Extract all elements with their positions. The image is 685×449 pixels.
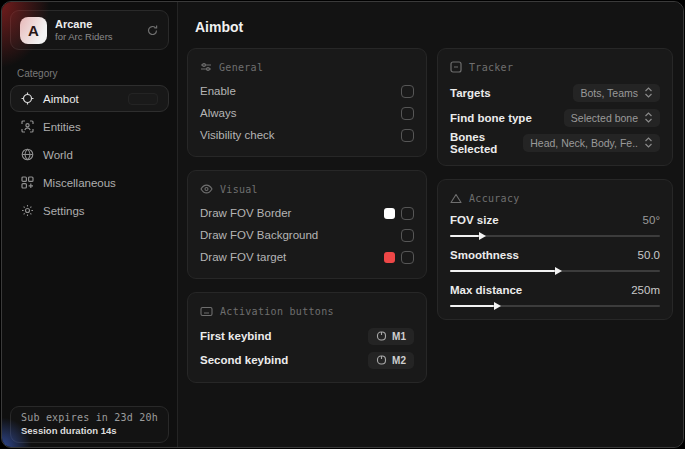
dropdown-value: Head, Neck, Body, Fe.. bbox=[530, 137, 638, 149]
session-duration-text: Session duration 14s bbox=[21, 425, 158, 436]
setting-row-second-keybind: Second keybind M2 bbox=[200, 348, 414, 372]
content-columns: General Enable Always Visibility check bbox=[187, 48, 673, 383]
fov-size-slider[interactable] bbox=[450, 235, 660, 237]
chevron-up-down-icon bbox=[644, 87, 653, 98]
setting-label: FOV size bbox=[450, 214, 499, 226]
always-checkbox[interactable] bbox=[401, 107, 414, 120]
setting-row-enable: Enable bbox=[200, 80, 414, 102]
brand-header: A Arcane for Arc Riders bbox=[10, 10, 169, 50]
slider-fill[interactable] bbox=[450, 305, 494, 307]
enable-checkbox[interactable] bbox=[401, 85, 414, 98]
sidebar-item-settings[interactable]: Settings bbox=[10, 197, 169, 224]
slider-fill[interactable] bbox=[450, 270, 555, 272]
chevron-up-down-icon bbox=[644, 137, 653, 148]
setting-label: Draw FOV target bbox=[200, 251, 286, 263]
sidebar-item-label: World bbox=[43, 149, 73, 161]
setting-label: Visibility check bbox=[200, 129, 275, 141]
card-title-text: Accuracy bbox=[469, 193, 520, 204]
visibility-check-checkbox[interactable] bbox=[401, 129, 414, 142]
page-title: Aimbot bbox=[195, 19, 673, 35]
fov-target-controls bbox=[384, 251, 414, 264]
keybind-value: M2 bbox=[392, 355, 406, 366]
crosshair-icon bbox=[21, 92, 34, 105]
visual-card: Visual Draw FOV Border Draw FOV Backgrou… bbox=[187, 170, 427, 279]
eye-icon bbox=[200, 183, 213, 195]
sidebar-item-aimbot[interactable]: Aimbot bbox=[10, 85, 169, 112]
targets-dropdown[interactable]: Bots, Teams bbox=[573, 84, 660, 102]
first-keybind-button[interactable]: M1 bbox=[368, 328, 414, 345]
tracker-card-header: Tracker bbox=[450, 57, 660, 77]
category-label: Category bbox=[17, 68, 162, 79]
setting-label: Second keybind bbox=[200, 354, 288, 366]
triangle-icon bbox=[450, 193, 462, 204]
slider-fill[interactable] bbox=[450, 235, 479, 237]
max-distance-slider[interactable] bbox=[450, 305, 660, 307]
fov-border-color-swatch[interactable] bbox=[384, 208, 395, 219]
fov-border-controls bbox=[384, 207, 414, 220]
keyboard-icon bbox=[200, 306, 213, 317]
sidebar-nav: Aimbot Entities World bbox=[2, 85, 177, 224]
card-title-text: Visual bbox=[220, 184, 258, 195]
sliders-icon bbox=[200, 61, 212, 73]
activation-card: Activation buttons First keybind M1 bbox=[187, 292, 427, 383]
grid-icon bbox=[21, 176, 34, 189]
sub-expiry-text: Sub expires in 23d 20h bbox=[21, 412, 158, 423]
general-card-header: General bbox=[200, 57, 414, 77]
card-title-text: General bbox=[219, 62, 263, 73]
max-distance-setting: Max distance 250m bbox=[450, 281, 660, 307]
globe-icon bbox=[21, 148, 34, 161]
gear-icon bbox=[21, 204, 34, 217]
fov-background-checkbox[interactable] bbox=[401, 229, 414, 242]
sync-icon[interactable] bbox=[146, 24, 159, 37]
bones-selected-dropdown[interactable]: Head, Neck, Body, Fe.. bbox=[523, 134, 660, 152]
setting-label: Bones Selected bbox=[450, 131, 523, 155]
setting-label: Find bone type bbox=[450, 112, 532, 124]
main-panel: Aimbot General Enable bbox=[178, 2, 684, 447]
dropdown-value: Selected bone bbox=[571, 112, 638, 124]
sidebar: A Arcane for Arc Riders Category bbox=[2, 2, 178, 447]
slider-label-row: FOV size 50° bbox=[450, 211, 660, 229]
sidebar-item-label: Settings bbox=[43, 205, 85, 217]
smoothness-slider[interactable] bbox=[450, 270, 660, 272]
find-bone-type-dropdown[interactable]: Selected bone bbox=[564, 109, 660, 127]
scan-frame-icon bbox=[450, 61, 462, 73]
setting-row-first-keybind: First keybind M1 bbox=[200, 324, 414, 348]
general-card: General Enable Always Visibility check bbox=[187, 48, 427, 157]
accuracy-card: Accuracy FOV size 50° Smoothness bbox=[437, 179, 673, 320]
mouse-icon bbox=[376, 355, 387, 365]
sidebar-item-world[interactable]: World bbox=[10, 141, 169, 168]
accuracy-card-header: Accuracy bbox=[450, 188, 660, 208]
card-title-text: Tracker bbox=[469, 62, 513, 73]
setting-row-targets: Targets Bots, Teams bbox=[450, 80, 660, 105]
chevron-up-down-icon bbox=[644, 112, 653, 123]
setting-label: Draw FOV Background bbox=[200, 229, 318, 241]
fov-target-color-swatch[interactable] bbox=[384, 252, 395, 263]
sidebar-item-label: Aimbot bbox=[43, 93, 79, 105]
brand-name: Arcane bbox=[55, 18, 113, 31]
fov-border-checkbox[interactable] bbox=[401, 207, 414, 220]
smoothness-setting: Smoothness 50.0 bbox=[450, 246, 660, 272]
sidebar-item-miscellaneous[interactable]: Miscellaneous bbox=[10, 169, 169, 196]
brand-logo: A bbox=[20, 17, 47, 44]
brand-subtitle: for Arc Riders bbox=[55, 31, 113, 43]
setting-row-fov-target: Draw FOV target bbox=[200, 246, 414, 268]
sidebar-item-label: Miscellaneous bbox=[43, 177, 116, 189]
setting-row-always: Always bbox=[200, 102, 414, 124]
app-window: A Arcane for Arc Riders Category bbox=[1, 1, 684, 448]
second-keybind-button[interactable]: M2 bbox=[368, 352, 414, 369]
activation-card-header: Activation buttons bbox=[200, 301, 414, 321]
tracker-card: Tracker Targets Bots, Teams bbox=[437, 48, 673, 166]
setting-label: Smoothness bbox=[450, 249, 519, 261]
aimbot-hint-badge bbox=[128, 93, 158, 105]
setting-label: Always bbox=[200, 107, 236, 119]
slider-label-row: Smoothness 50.0 bbox=[450, 246, 660, 264]
visual-card-header: Visual bbox=[200, 179, 414, 199]
fov-target-checkbox[interactable] bbox=[401, 251, 414, 264]
setting-row-fov-background: Draw FOV Background bbox=[200, 224, 414, 246]
setting-row-fov-border: Draw FOV Border bbox=[200, 202, 414, 224]
fov-size-setting: FOV size 50° bbox=[450, 211, 660, 237]
right-column: Tracker Targets Bots, Teams bbox=[437, 48, 673, 383]
setting-row-visibility-check: Visibility check bbox=[200, 124, 414, 146]
sidebar-item-entities[interactable]: Entities bbox=[10, 113, 169, 140]
setting-row-bones-selected: Bones Selected Head, Neck, Body, Fe.. bbox=[450, 130, 660, 155]
